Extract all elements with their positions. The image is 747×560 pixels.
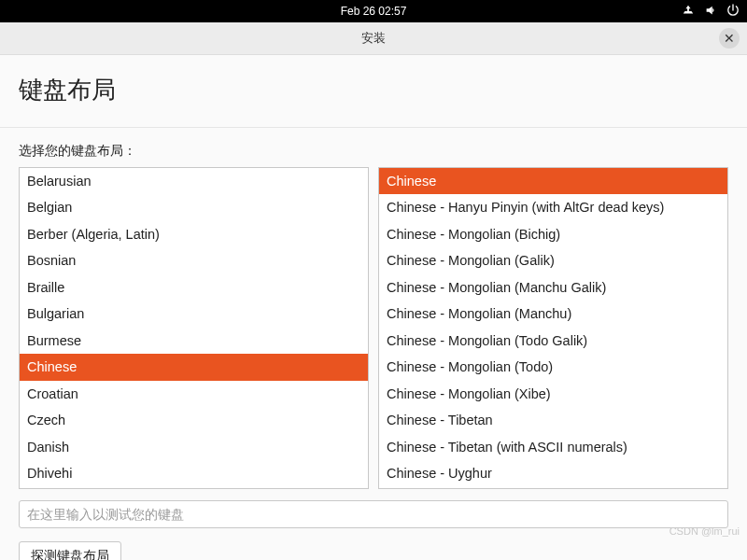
list-item[interactable]: Croatian	[20, 381, 368, 407]
list-item[interactable]: Chinese - Mongolian (Galik)	[379, 247, 727, 273]
page-header: 键盘布局	[0, 55, 747, 128]
topbar-datetime: Feb 26 02:57	[341, 5, 407, 18]
detect-layout-button[interactable]: 探测键盘布局	[19, 541, 121, 560]
network-icon[interactable]	[682, 4, 695, 20]
list-item[interactable]: Chinese - Mongolian (Todo Galik)	[379, 328, 727, 354]
layout-variant-list[interactable]: ChineseChinese - Hanyu Pinyin (with AltG…	[378, 167, 728, 489]
list-item[interactable]: Chinese - Mongolian (Xibe)	[379, 381, 727, 407]
list-item[interactable]: Chinese - Mongolian (Bichig)	[379, 221, 727, 247]
layout-lists: BelarusianBelgianBerber (Algeria, Latin)…	[19, 167, 728, 489]
list-item[interactable]: Braille	[20, 274, 368, 301]
list-item[interactable]: Bulgarian	[20, 301, 368, 327]
content-area: 选择您的键盘布局： BelarusianBelgianBerber (Alger…	[0, 128, 747, 560]
close-icon: ✕	[724, 31, 735, 46]
page-title: 键盘布局	[19, 74, 728, 106]
list-item[interactable]: Danish	[20, 434, 368, 460]
list-item[interactable]: Czech	[20, 407, 368, 433]
watermark: CSDN @lm_rui	[669, 525, 740, 537]
window-titlebar: 安装 ✕	[0, 22, 747, 55]
list-item[interactable]: Chinese - Mongolian (Todo)	[379, 354, 727, 380]
list-item[interactable]: Chinese - Uyghur	[379, 460, 727, 486]
window-title: 安装	[361, 30, 386, 47]
list-item[interactable]: Belgian	[20, 194, 368, 220]
list-item[interactable]: Chinese - Mongolian (Manchu Galik)	[379, 274, 727, 301]
power-icon[interactable]	[726, 4, 740, 20]
list-item[interactable]: Berber (Algeria, Latin)	[20, 221, 368, 247]
list-item[interactable]: Chinese - Hanyu Pinyin (with AltGr dead …	[379, 194, 727, 220]
volume-icon[interactable]	[704, 4, 717, 20]
system-tray	[682, 4, 740, 20]
list-item[interactable]: Belarusian	[20, 168, 368, 194]
list-item[interactable]: Burmese	[20, 328, 368, 354]
list-item[interactable]: Chinese - Mongolian (Manchu)	[379, 301, 727, 327]
list-item[interactable]: Chinese - Tibetan	[379, 407, 727, 433]
list-item[interactable]: Chinese	[20, 354, 368, 380]
list-item[interactable]: Chinese - Tibetan (with ASCII numerals)	[379, 434, 727, 460]
list-item[interactable]: Dutch	[20, 487, 368, 489]
list-item[interactable]: Bosnian	[20, 247, 368, 273]
list-item[interactable]: Chinese	[379, 168, 727, 194]
close-button[interactable]: ✕	[719, 28, 740, 49]
list-item[interactable]: Dhivehi	[20, 460, 368, 486]
layout-prompt: 选择您的键盘布局：	[19, 143, 728, 160]
layout-family-list[interactable]: BelarusianBelgianBerber (Algeria, Latin)…	[19, 167, 369, 489]
gnome-topbar: Feb 26 02:57	[0, 0, 747, 22]
keyboard-test-input[interactable]	[19, 500, 728, 528]
